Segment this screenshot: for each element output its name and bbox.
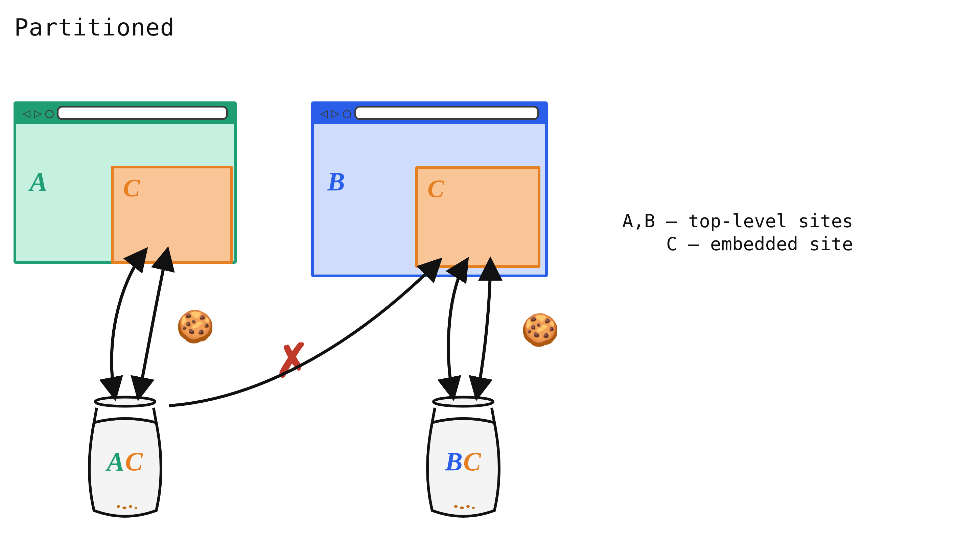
legend-line-2: C – embedded site [644, 233, 853, 255]
jar-ac-label: AC [78, 446, 172, 477]
svg-point-0 [117, 505, 120, 508]
cookie-icon: 🍪 [521, 314, 560, 346]
browser-body-b: B C [314, 145, 545, 275]
svg-point-1 [123, 506, 126, 509]
browser-window-b: ◁ ▷ ◯ B C [311, 102, 548, 277]
back-icon: ◁ [320, 106, 328, 120]
cookie-icon: 🍪 [176, 311, 215, 342]
diagram-title: Partitioned [14, 14, 175, 41]
jar-ac-c: C [125, 447, 143, 476]
legend: A,B – top-level sites C – embedded site [622, 210, 853, 255]
reload-icon: ◯ [45, 106, 53, 120]
svg-point-3 [135, 507, 137, 509]
jar-bc-label: BC [416, 446, 511, 477]
url-bar-a [57, 106, 228, 120]
svg-point-7 [472, 507, 475, 509]
browser-body-a: A C [16, 145, 234, 261]
diagram-canvas: Partitioned A,B – top-level sites C – em… [0, 0, 980, 543]
browser-toolbar-b: ◁ ▷ ◯ [314, 103, 545, 122]
embed-c-in-a: C [111, 166, 233, 264]
embed-c-label-a: C [123, 174, 140, 203]
reload-icon: ◯ [343, 106, 351, 120]
svg-point-5 [460, 506, 464, 509]
browser-window-a: ◁ ▷ ◯ A C [14, 102, 237, 264]
svg-point-4 [454, 505, 458, 508]
jar-ac-a: A [107, 447, 125, 476]
cookie-jar-bc: BC [416, 392, 511, 521]
site-b-label: B [327, 166, 345, 197]
forward-icon: ▷ [331, 106, 339, 120]
back-icon: ◁ [22, 106, 30, 120]
embed-c-label-b: C [428, 175, 444, 203]
jar-bc-c: C [463, 447, 482, 476]
url-bar-b [355, 106, 539, 120]
cookie-jar-ac: AC [78, 392, 172, 521]
site-a-label: A [30, 166, 47, 197]
svg-point-2 [129, 505, 132, 508]
forward-icon: ▷ [34, 106, 42, 120]
browser-toolbar-a: ◁ ▷ ◯ [16, 103, 234, 122]
svg-point-6 [466, 505, 470, 508]
blocked-cross-icon: ✗ [272, 333, 313, 388]
legend-line-1: A,B – top-level sites [622, 210, 853, 232]
jar-bc-b: B [445, 447, 463, 476]
embed-c-in-b: C [415, 166, 540, 268]
